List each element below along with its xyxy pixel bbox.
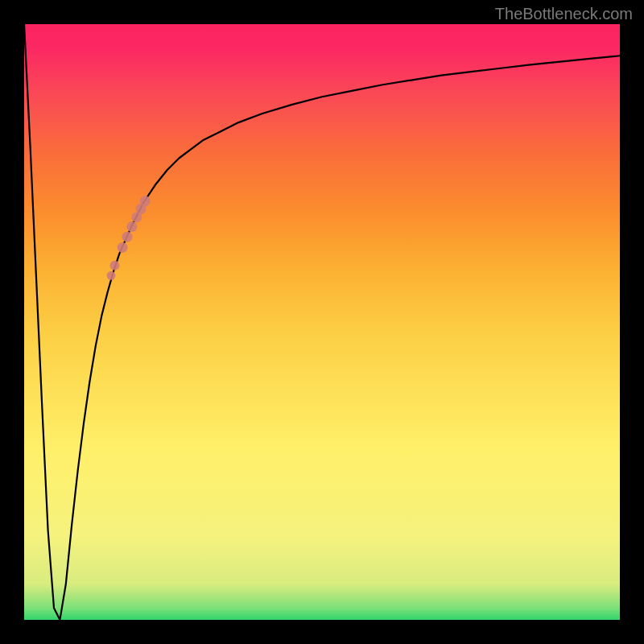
watermark-text: TheBottleneck.com <box>495 5 633 23</box>
curve-marker <box>118 242 128 253</box>
curve-marker <box>107 271 116 280</box>
curve-overlay <box>24 24 620 620</box>
marker-group <box>107 196 151 280</box>
plot-area <box>24 24 620 620</box>
bottleneck-curve <box>24 24 620 620</box>
curve-marker <box>126 221 137 232</box>
curve-marker <box>140 196 151 206</box>
curve-marker <box>109 261 119 270</box>
curve-marker <box>122 232 133 242</box>
chart-frame: TheBottleneck.com <box>0 0 644 644</box>
